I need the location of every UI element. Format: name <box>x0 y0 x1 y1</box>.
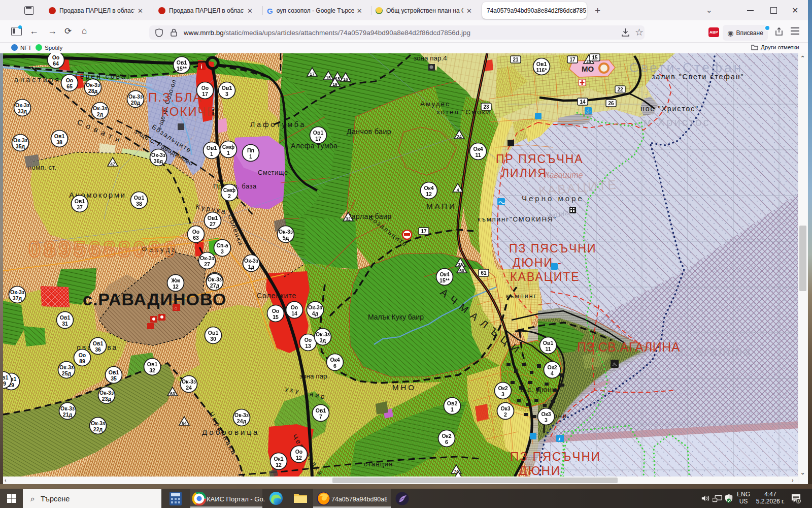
svg-text:Ов1: Ов1 <box>536 61 547 67</box>
svg-text:Ок-3з: Ок-3з <box>234 412 249 418</box>
svg-text:64: 64 <box>182 421 187 426</box>
svg-text:14: 14 <box>580 99 586 105</box>
svg-text:Ок2: Ок2 <box>547 364 557 370</box>
svg-text:Ок2: Ок2 <box>442 433 451 439</box>
svg-text:22д: 22д <box>93 426 103 432</box>
svg-text:Оо: Оо <box>52 54 60 60</box>
svg-text:32: 32 <box>149 367 155 373</box>
svg-text:2: 2 <box>228 193 231 199</box>
svg-text:Оо: Оо <box>79 352 86 358</box>
svg-text:Ок-3з: Ок-3з <box>91 420 105 426</box>
svg-text:36д: 36д <box>154 158 163 164</box>
svg-text:Ок-3з: Ок-3з <box>15 102 29 108</box>
svg-text:60: 60 <box>459 268 464 273</box>
svg-text:12: 12 <box>426 191 432 197</box>
svg-text:Ок2: Ок2 <box>498 385 507 391</box>
svg-text:23: 23 <box>483 104 489 110</box>
svg-text:24д: 24д <box>237 418 247 424</box>
svg-text:14: 14 <box>291 310 297 316</box>
svg-text:Герен соват: Герен соват <box>75 72 131 80</box>
svg-text:30: 30 <box>210 336 216 342</box>
svg-text:Амудес: Амудес <box>420 100 450 108</box>
svg-text:Ок-3з: Ок-3з <box>99 390 114 396</box>
svg-text:21д: 21д <box>63 411 73 418</box>
svg-text:17: 17 <box>569 57 576 62</box>
svg-text:Ов1: Ов1 <box>313 130 324 136</box>
svg-text:Сп-а: Сп-а <box>216 242 228 248</box>
svg-text:116*: 116* <box>536 67 547 73</box>
svg-text:Лафотумба: Лафотумба <box>250 120 306 129</box>
svg-text:32: 32 <box>346 216 351 221</box>
svg-text:Ок1: Ок1 <box>274 456 283 462</box>
svg-text:12: 12 <box>296 455 302 461</box>
svg-text:Ов1: Ов1 <box>543 340 554 346</box>
svg-text:Ок-3з: Ок-3з <box>86 82 100 88</box>
svg-text:13: 13 <box>305 343 311 349</box>
svg-text:Ок-3з: Ок-3з <box>10 289 24 295</box>
svg-text:3д: 3д <box>320 337 326 343</box>
svg-text:Ок-3з: Ок-3з <box>316 331 330 337</box>
svg-text:МАПИ: МАПИ <box>426 202 457 210</box>
svg-text:Ок-3з: Ок-3з <box>308 304 322 310</box>
svg-text:33д: 33д <box>18 108 27 114</box>
svg-text:1: 1 <box>451 406 454 412</box>
svg-text:Ок-3з: Ок-3з <box>244 258 258 264</box>
svg-text:Ок4: Ок4 <box>439 271 449 277</box>
svg-text:27: 27 <box>210 221 216 227</box>
svg-text:Оо: Оо <box>291 304 298 310</box>
svg-text:МО: МО <box>582 65 594 73</box>
svg-text:Ов1: Ов1 <box>93 340 104 346</box>
svg-text:17: 17 <box>202 91 208 97</box>
svg-text:37д: 37д <box>13 295 22 301</box>
svg-text:17: 17 <box>315 136 321 142</box>
svg-text:Ок-3з: Ок-3з <box>200 255 214 261</box>
svg-text:37: 37 <box>77 204 83 210</box>
svg-text:11: 11 <box>475 152 481 158</box>
svg-text:Сметище: Сметище <box>258 169 288 176</box>
svg-text:П.З.БЛА: П.З.БЛА <box>148 90 202 104</box>
svg-text:27: 27 <box>204 261 210 267</box>
svg-text:Соленките: Соленките <box>257 292 296 300</box>
svg-text:КОКИЧЕ: КОКИЧЕ <box>161 105 216 118</box>
svg-text:2д: 2д <box>97 111 104 117</box>
svg-text:25д: 25д <box>62 370 72 376</box>
svg-text:Ок4: Ок4 <box>330 357 340 363</box>
svg-text:Ок-3з: Ок-3з <box>59 364 74 370</box>
svg-text:11: 11 <box>545 346 551 352</box>
svg-text:63: 63 <box>193 235 199 241</box>
svg-text:зона пар.: зона пар. <box>299 372 329 380</box>
svg-text:Каваците: Каваците <box>545 171 583 179</box>
svg-text:47: 47 <box>110 162 115 167</box>
svg-text:Оо: Оо <box>192 229 200 235</box>
svg-text:ПЗ ПЯСЪЧНИ: ПЗ ПЯСЪЧНИ <box>510 450 601 463</box>
svg-text:15**: 15** <box>177 66 187 72</box>
svg-text:16: 16 <box>343 77 348 82</box>
svg-text:Оо: Оо <box>304 337 312 343</box>
svg-text:Ов2: Ов2 <box>447 400 458 406</box>
svg-text:19: 19 <box>332 82 337 87</box>
svg-text:м Христос: м Христос <box>644 116 710 129</box>
svg-text:15: 15 <box>273 314 279 320</box>
svg-text:⌂: ⌂ <box>175 305 178 310</box>
svg-text:ПЗ ПЯСЪЧНИ: ПЗ ПЯСЪЧНИ <box>509 242 596 255</box>
svg-text:Смф: Смф <box>223 187 235 193</box>
svg-text:къмпинг"СМОКИНЯ": къмпинг"СМОКИНЯ" <box>478 215 557 223</box>
svg-text:24: 24 <box>186 385 192 391</box>
svg-text:21: 21 <box>513 57 519 62</box>
svg-text:23д: 23д <box>102 396 112 402</box>
svg-text:ДЮНИ: ДЮНИ <box>519 464 561 477</box>
svg-text:15**: 15** <box>439 277 450 283</box>
svg-text:Ов1: Ов1 <box>60 314 71 321</box>
svg-text:ЛИЛИЯ: ЛИЛИЯ <box>501 167 547 180</box>
svg-text:Ов1: Ов1 <box>208 215 218 221</box>
svg-text:2: 2 <box>504 411 507 418</box>
svg-text:61: 61 <box>481 270 487 276</box>
svg-text:Ов1: Ов1 <box>134 195 145 201</box>
svg-text:с.РАВАДИНОВО: с.РАВАДИНОВО <box>83 290 226 309</box>
svg-text:1: 1 <box>210 151 213 157</box>
svg-text:89: 89 <box>79 358 85 364</box>
svg-text:65: 65 <box>66 83 73 89</box>
svg-text:Оо: Оо <box>201 85 209 91</box>
svg-text:Ок-3з: Ок-3з <box>279 229 293 235</box>
svg-text:24: 24 <box>457 134 462 139</box>
